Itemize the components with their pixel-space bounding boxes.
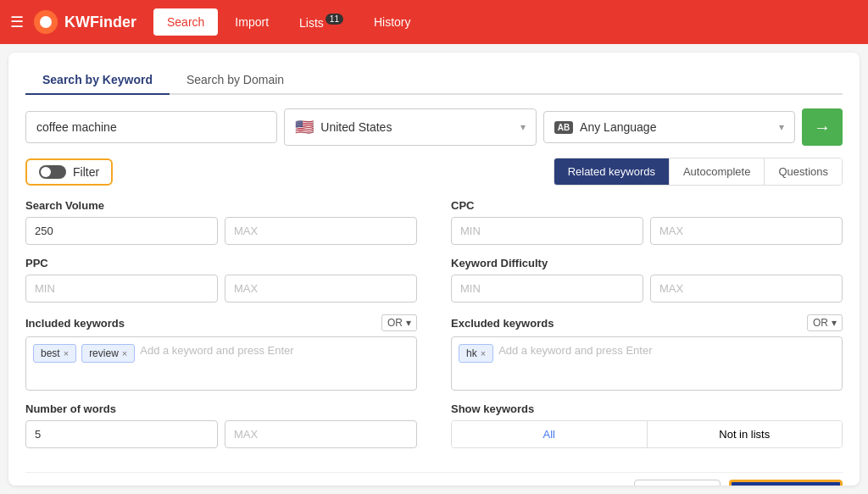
filter-switch[interactable]	[39, 165, 66, 179]
remove-review-tag[interactable]: ×	[122, 348, 127, 358]
language-chevron-icon: ▾	[779, 121, 784, 133]
main-panel: Search by Keyword Search by Domain coffe…	[8, 53, 860, 486]
country-select[interactable]: 🇺🇸 United States ▾	[284, 108, 536, 146]
ppc-min[interactable]	[25, 275, 218, 303]
excluded-keywords-box[interactable]: hk × Add a keyword and press Enter	[451, 336, 843, 391]
filter-row: Filter Related keywords Autocomplete Que…	[25, 158, 843, 186]
nav-item-search[interactable]: Search	[153, 8, 218, 36]
excluded-keywords-placeholder: Add a keyword and press Enter	[498, 344, 652, 357]
set-filter-button[interactable]: ✓ Set filter	[729, 480, 843, 486]
show-keywords-buttons: All Not in lists	[451, 420, 843, 448]
ktype-questions[interactable]: Questions	[765, 158, 842, 185]
included-keywords-box[interactable]: best × review × Add a keyword and press …	[25, 336, 417, 391]
filter-toggle[interactable]: Filter	[25, 158, 113, 186]
included-keywords-section: Included keywords OR ▾ best × review × A…	[25, 314, 417, 391]
show-kw-not-in-lists[interactable]: Not in lists	[648, 421, 843, 447]
cpc-max[interactable]	[650, 217, 843, 245]
cpc-range	[451, 217, 843, 245]
nav-item-history[interactable]: History	[360, 8, 425, 36]
cpc-section: CPC	[451, 199, 843, 245]
remove-hk-tag[interactable]: ×	[481, 348, 486, 358]
included-keywords-placeholder: Add a keyword and press Enter	[140, 344, 293, 357]
nav-item-lists[interactable]: Lists11	[286, 8, 357, 36]
search-volume-label: Search Volume	[25, 199, 417, 212]
keyword-input[interactable]: coffee machine	[25, 111, 277, 143]
show-keywords-section: Show keywords All Not in lists	[451, 402, 843, 460]
included-keywords-operator[interactable]: OR ▾	[381, 314, 417, 331]
ppc-range	[25, 275, 417, 303]
or-chevron-icon: ▾	[406, 317, 411, 329]
show-kw-all[interactable]: All	[452, 421, 648, 447]
excluded-keywords-header: Excluded keywords OR ▾	[451, 314, 843, 331]
toggle-knob	[41, 167, 51, 177]
language-select[interactable]: AB Any Language ▾	[543, 111, 795, 143]
keyword-difficulty-section: Keyword Difficulty	[451, 257, 843, 303]
remove-best-tag[interactable]: ×	[64, 348, 69, 358]
search-volume-min[interactable]	[25, 217, 218, 245]
language-icon: AB	[554, 121, 573, 134]
search-volume-max[interactable]	[225, 217, 417, 245]
lists-badge: 11	[326, 14, 343, 25]
search-go-button[interactable]: →	[802, 108, 843, 146]
included-keywords-label: Included keywords	[25, 317, 125, 330]
reset-button[interactable]: ✕ Reset	[634, 480, 721, 486]
ktype-autocomplete[interactable]: Autocomplete	[670, 158, 765, 185]
excluded-keywords-section: Excluded keywords OR ▾ hk × Add a keywor…	[451, 314, 843, 391]
included-tag-review: review ×	[81, 344, 135, 363]
logo-icon	[34, 10, 58, 34]
tab-search-by-keyword[interactable]: Search by Keyword	[25, 66, 170, 95]
keyword-difficulty-max[interactable]	[650, 275, 843, 303]
number-of-words-min[interactable]	[25, 420, 218, 448]
country-chevron-icon: ▾	[520, 121, 526, 133]
cpc-min[interactable]	[451, 217, 643, 245]
bottom-filters: Number of words Show keywords All Not in…	[25, 402, 843, 460]
number-of-words-label: Number of words	[25, 402, 417, 415]
ktype-related-keywords[interactable]: Related keywords	[554, 158, 670, 185]
excluded-tag-hk: hk ×	[459, 344, 493, 363]
language-label: Any Language	[580, 120, 772, 134]
filter-label: Filter	[73, 165, 99, 179]
flag-icon: 🇺🇸	[295, 118, 314, 136]
search-volume-section: Search Volume	[25, 199, 417, 245]
brand-name: KWFinder	[64, 14, 136, 31]
country-label: United States	[320, 120, 513, 134]
included-keywords-header: Included keywords OR ▾	[25, 314, 417, 331]
excluded-keywords-label: Excluded keywords	[451, 317, 554, 330]
number-of-words-max[interactable]	[225, 420, 417, 448]
cpc-label: CPC	[451, 199, 843, 212]
number-of-words-section: Number of words	[25, 402, 417, 448]
keyword-difficulty-range	[451, 275, 843, 303]
action-row: ✕ Reset ✓ Set filter	[25, 472, 843, 486]
filters-grid: Search Volume CPC PPC Keyword Difficul	[25, 199, 843, 402]
search-volume-range	[25, 217, 417, 245]
nav-item-import[interactable]: Import	[221, 8, 282, 36]
navbar: ☰ KWFinder Search Import Lists11 History	[0, 0, 868, 44]
tab-search-by-domain[interactable]: Search by Domain	[170, 66, 301, 95]
keyword-difficulty-label: Keyword Difficulty	[451, 257, 843, 269]
ppc-section: PPC	[25, 257, 417, 303]
hamburger-icon[interactable]: ☰	[10, 13, 24, 31]
keyword-type-buttons: Related keywords Autocomplete Questions	[554, 158, 843, 186]
number-of-words-range	[25, 420, 417, 448]
search-row: coffee machine 🇺🇸 United States ▾ AB Any…	[25, 108, 843, 146]
show-keywords-label: Show keywords	[451, 402, 843, 415]
ppc-label: PPC	[25, 257, 417, 269]
search-tabs: Search by Keyword Search by Domain	[25, 66, 843, 95]
included-tag-best: best ×	[33, 344, 76, 363]
excl-or-chevron-icon: ▾	[832, 317, 837, 329]
excluded-keywords-operator[interactable]: OR ▾	[807, 314, 843, 331]
ppc-max[interactable]	[225, 275, 417, 303]
keyword-difficulty-min[interactable]	[451, 275, 643, 303]
